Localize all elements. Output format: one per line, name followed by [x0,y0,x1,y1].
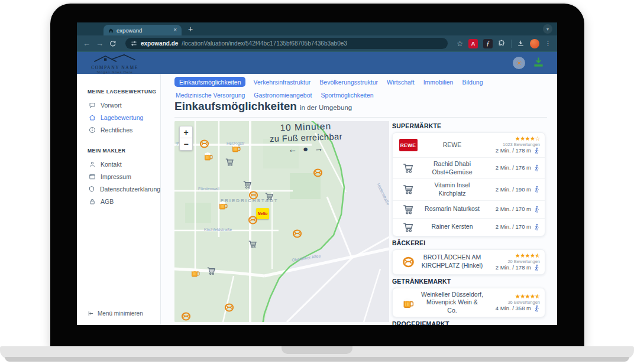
sidebar-section-title: MEINE LAGEBEWERTUNG [88,89,160,95]
chat-icon [88,101,96,109]
place-row-rosmarin-naturkost[interactable]: Rosmarin Naturkost2 Min. / 170 m [393,201,545,219]
fn-extension-icon[interactable]: ƒ [483,39,493,48]
map-marker-beer[interactable] [231,143,241,153]
browser-tab[interactable]: expowand × [103,25,182,35]
sidebar-item-lagebewertung[interactable]: Lagebewertung [77,111,160,124]
tab-close-icon[interactable]: × [173,27,177,33]
tab-immobilien[interactable]: Immobilien [422,77,455,87]
map-marker-pretzel[interactable] [248,215,258,225]
sidebar-item-impressum[interactable]: Impressum [77,170,160,183]
zoom-out-button[interactable]: − [180,138,192,150]
walking-radius-annotation: 10 Minuten zu Fuß erreichbar ← ● → [248,121,364,155]
place-meta: 2 Min. / 170 m [486,223,540,231]
new-tab-button[interactable]: + [188,24,193,34]
cart-icon [397,183,419,196]
tab-wirtschaft[interactable]: Wirtschaft [386,77,416,87]
cart-icon [397,203,419,216]
place-name: Vitamin Insel Kirchplatz [419,181,486,197]
map-marker-pretzel[interactable] [313,168,323,178]
map-marker-beer[interactable] [218,200,228,210]
review-count: 36 Bewertungen [486,300,540,305]
tab-medizinische-versorgung[interactable]: Medizinische Versorgung [174,90,246,100]
place-row-rainer-kersten[interactable]: Rainer Kersten2 Min. / 170 m [393,219,545,236]
distance-row: 2 Min. / 176 m [486,164,540,172]
zoom-in-button[interactable]: + [180,126,192,138]
street-label: Fürstenwall [198,187,219,191]
map-marker-pretzel[interactable] [224,303,234,313]
reload-icon[interactable] [109,40,117,47]
sidebar-item-rechtliches[interactable]: Rechtliches [77,124,160,136]
forward-icon[interactable]: → [96,40,103,47]
export-download-icon[interactable] [533,57,544,70]
map-panel[interactable]: FRIEDRICHSTADT Netto gstraßeHerzogstrFür… [174,121,389,322]
place-row-rewe[interactable]: REWEREWE★★★★☆1023 Bewertungen2 Min. / 17… [393,133,545,158]
place-name: REWE [419,141,486,150]
netto-label: Netto [258,212,268,216]
app-header: COMPANY NAME Slogan Goes Here [77,52,557,74]
sidebar-item-agb[interactable]: AGB [77,195,160,207]
tab-sportmöglichkeiten[interactable]: Sportmöglichkeiten [319,90,374,100]
distance-text: 2 Min. / 178 m [496,147,531,154]
sidebar-item-label: AGB [101,198,114,205]
tab-bevölkerungsstruktur[interactable]: Bevölkerungsstruktur [318,77,379,87]
review-count: 20 Bewertungen [486,259,540,264]
page-title-sub: in der Umgebung [300,104,352,111]
user-avatar[interactable] [513,57,525,69]
laptop-notch [282,346,352,354]
downloads-icon[interactable] [517,40,525,47]
review-count: 1023 Bewertungen [486,142,540,147]
distance-row: 2 Min. / 178 m [486,147,540,155]
sidebar-item-vorwort[interactable]: Vorwort [77,99,160,111]
minimize-menu-button[interactable]: Menü minimieren [88,310,143,317]
place-row-weinkeller-düsseldorf-mövenpick-wein-co[interactable]: Weinkeller Düsseldorf, Mövenpick Wein & … [393,288,545,317]
places-section-title: BÄCKEREI [392,239,545,246]
distance-text: 4 Min. / 358 m [496,305,531,312]
map-marker-cart[interactable] [264,191,274,202]
distance-text: 2 Min. / 170 m [496,223,531,230]
pdf-extension-icon[interactable]: A [468,39,478,48]
browser-menu-icon[interactable]: ⋮ [545,40,551,47]
map-marker-cart[interactable] [225,157,235,167]
pretzel-icon [397,256,419,268]
sidebar-item-label: Lagebewertung [101,114,143,121]
tab-einkaufsmöglichkeiten[interactable]: Einkaufsmöglichkeiten [174,77,245,87]
tab-gastronomieangebot[interactable]: Gastronomieangebot [253,90,313,100]
places-section-title: GETRÄNKEMARKT [392,278,545,285]
map-marker-pretzel[interactable] [199,139,209,149]
map-marker-beer[interactable] [190,268,200,278]
sidebar-item-datenschutzerklärung[interactable]: Datenschutzerklärung [77,183,160,195]
place-row-brotlädchen-am-kirchplatz-hinkel[interactable]: BROTLÄDCHEN AM KIRCHPLATZ (Hinkel)★★★★★☆… [393,250,545,274]
places-card: REWEREWE★★★★☆1023 Bewertungen2 Min. / 17… [392,132,545,236]
rating-stars: ★★★★☆ [486,135,540,142]
map-marker-cart[interactable] [248,239,258,249]
url-bar[interactable]: expowand.de/locationValuation/index/542f… [125,38,448,49]
back-icon[interactable]: ← [83,40,90,47]
browser-toolbar: ← → expowand.de/locationValuation/index/… [77,35,557,52]
map-marker-cart[interactable] [206,266,216,276]
map-marker-pretzel[interactable] [292,229,302,239]
shield-icon [88,185,95,193]
tab-search-chevron-icon[interactable]: ▾ [543,24,552,34]
place-name: Rachid Dhabi Obst+Gemüse [419,160,486,176]
place-name: Weinkeller Düsseldorf, Mövenpick Wein & … [419,291,486,315]
browser-profile-avatar[interactable] [530,39,539,48]
tab-verkehrsinfrastruktur[interactable]: Verkehrsinfrastruktur [252,77,312,87]
place-row-rachid-dhabi-obst-gemüse[interactable]: Rachid Dhabi Obst+Gemüse2 Min. / 176 m [393,158,545,179]
page-title-main: Einkaufsmöglichkeiten [174,100,297,112]
tab-bildung[interactable]: Bildung [461,77,484,87]
site-settings-icon[interactable] [131,38,137,49]
sidebar-item-kontakt[interactable]: Kontakt [77,158,160,170]
bookmark-star-icon[interactable]: ☆ [457,40,463,48]
map-marker-beer[interactable] [203,151,214,161]
distance-row: 2 Min. / 178 m [486,264,540,272]
extensions-puzzle-icon[interactable] [498,40,506,47]
map-marker-cart[interactable] [242,180,253,190]
netto-map-logo[interactable]: Netto [256,208,269,219]
map-marker-pretzel[interactable] [181,311,191,321]
place-row-vitamin-insel-kirchplatz[interactable]: Vitamin Insel Kirchplatz2 Min. / 190 m [393,179,545,200]
map-marker-pretzel[interactable] [248,190,258,200]
walking-icon [533,147,540,155]
walking-icon [533,186,540,193]
sidebar-item-label: Vorwort [101,102,122,109]
walking-icon [533,223,540,231]
